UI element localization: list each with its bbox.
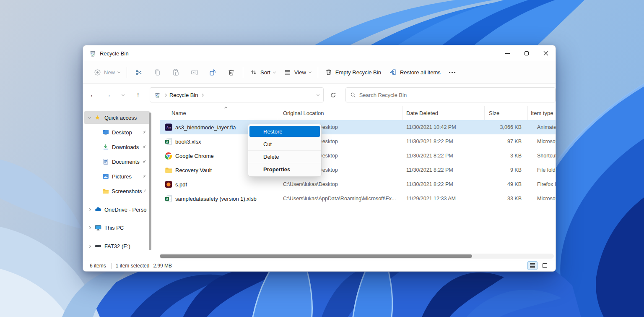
empty-bin-icon: [325, 68, 332, 76]
file-date-deleted: 11/29/2021 12:33 AM: [403, 191, 485, 206]
search-input[interactable]: [359, 92, 551, 98]
restore-all-icon: [390, 68, 397, 76]
column-header-name[interactable]: Name: [160, 106, 277, 120]
refresh-icon: [330, 92, 336, 98]
new-label: New: [104, 69, 115, 76]
view-button[interactable]: View: [280, 65, 315, 80]
file-row-s-pdf[interactable]: s.pdf C:\Users\lukas\Desktop 11/30/2021 …: [160, 177, 556, 191]
folder-icon: [165, 166, 172, 174]
share-button[interactable]: [203, 65, 222, 80]
chevron-down-icon: [309, 70, 312, 73]
sort-button[interactable]: Sort: [246, 65, 280, 80]
file-item-type: Microsoft E: [528, 191, 556, 206]
firefox-document-icon: [165, 181, 172, 188]
chrome-icon: [165, 152, 172, 160]
column-header-original-location[interactable]: Original Location: [277, 106, 403, 120]
column-header-size[interactable]: Size: [485, 106, 528, 120]
column-header-item-type[interactable]: Item type: [528, 106, 556, 120]
file-row-google-chrome[interactable]: Google Chrome C:\Users\lukas\Desktop 11/…: [160, 149, 556, 163]
close-button[interactable]: [536, 45, 556, 61]
chevron-right-icon: [201, 93, 204, 96]
sidebar-item-label: Quick access: [104, 115, 137, 121]
sort-icon: [250, 68, 257, 76]
paste-icon: [172, 68, 180, 76]
file-size: 3 KB: [485, 149, 528, 163]
forward-button[interactable]: →: [101, 88, 116, 102]
chevron-right-icon[interactable]: [84, 245, 95, 247]
desktop: Recycle Bin New: [0, 0, 644, 317]
sidebar-item-desktop[interactable]: Desktop: [84, 126, 150, 139]
up-button[interactable]: ↑: [130, 88, 145, 102]
sidebar-item-onedrive[interactable]: OneDrive - Perso: [84, 203, 150, 216]
sidebar-item-label: Desktop: [112, 129, 132, 136]
horizontal-scrollbar-thumb[interactable]: [160, 254, 472, 258]
breadcrumb-recycle-bin[interactable]: Recycle Bin: [169, 92, 198, 98]
large-icons-view-button[interactable]: [540, 261, 550, 270]
address-dropdown-chevron-icon[interactable]: [317, 93, 319, 96]
maximize-button[interactable]: [517, 45, 536, 61]
file-date-deleted: 11/30/2021 8:22 PM: [403, 134, 485, 149]
chevron-down-icon: [273, 70, 276, 73]
file-name: s.pdf: [175, 181, 187, 188]
sidebar-item-this-pc[interactable]: This PC: [84, 221, 150, 234]
context-menu-item-cut[interactable]: Cut: [248, 138, 321, 150]
svg-text:X: X: [166, 197, 168, 200]
file-size: 9 KB: [485, 163, 528, 177]
sidebar-item-label: Pictures: [112, 173, 132, 180]
context-menu-item-restore[interactable]: Restore: [249, 126, 320, 137]
selection-size: 2.99 MB: [153, 263, 172, 269]
selection-count: 1 item selected: [116, 263, 150, 269]
pin-icon: [142, 144, 147, 149]
sidebar-item-pictures[interactable]: Pictures: [84, 170, 150, 183]
file-date-deleted: 11/30/2021 8:22 PM: [403, 163, 485, 177]
recycle-bin-icon: [154, 92, 161, 98]
paste-button[interactable]: [166, 65, 185, 80]
copy-button[interactable]: [148, 65, 166, 80]
empty-recycle-bin-label: Empty Recycle Bin: [335, 69, 381, 76]
restore-all-items-button[interactable]: Restore all items: [385, 65, 445, 80]
file-row-recovery-vault[interactable]: Recovery Vault C:\Users\lukas\Desktop 11…: [160, 163, 556, 177]
cut-button[interactable]: [130, 65, 148, 80]
minimize-button[interactable]: [498, 45, 517, 61]
pin-icon: [142, 159, 147, 164]
minimize-icon: [505, 53, 510, 54]
empty-recycle-bin-button[interactable]: Empty Recycle Bin: [321, 65, 385, 80]
titlebar: Recycle Bin: [83, 45, 556, 61]
sidebar-item-quick-access[interactable]: ★ Quick access: [84, 111, 150, 124]
chevron-right-icon[interactable]: [84, 227, 95, 229]
address-bar[interactable]: Recycle Bin: [150, 87, 324, 102]
search-box[interactable]: [345, 87, 556, 102]
sidebar-item-fat32-drive[interactable]: FAT32 (E:): [84, 240, 150, 252]
context-menu-item-properties[interactable]: Properties: [248, 163, 321, 176]
back-button[interactable]: ←: [86, 88, 101, 102]
file-row-as3-blendmode-layer[interactable]: An as3_blendmode_layer.fla C:\Users\luka…: [160, 120, 556, 134]
sidebar-item-screenshots[interactable]: Screenshots: [84, 185, 150, 197]
chevron-down-icon[interactable]: [84, 117, 95, 119]
column-header-date-deleted[interactable]: Date Deleted: [403, 106, 485, 120]
details-view-button[interactable]: [527, 261, 538, 270]
restore-all-items-label: Restore all items: [400, 69, 441, 76]
sidebar-item-documents[interactable]: Documents: [84, 155, 150, 168]
sidebar-item-downloads[interactable]: Downloads: [84, 141, 150, 153]
context-menu-item-delete[interactable]: Delete: [248, 150, 321, 163]
share-icon: [209, 68, 217, 76]
new-button[interactable]: New: [90, 65, 124, 80]
rename-button[interactable]: [185, 65, 203, 80]
file-name: sampledatasafety (version 1).xlsb: [175, 196, 257, 202]
refresh-button[interactable]: [326, 88, 340, 102]
recent-locations-button[interactable]: [115, 88, 130, 102]
delete-button[interactable]: [222, 65, 240, 80]
sidebar-scrollbar[interactable]: [149, 113, 151, 250]
chevron-right-icon[interactable]: [84, 209, 95, 211]
toolbar-separator: [318, 67, 318, 78]
file-item-type: Firefox HTM: [528, 177, 556, 191]
file-row-sampledatasafety[interactable]: X sampledatasafety (version 1).xlsb C:\U…: [160, 191, 556, 206]
see-more-button[interactable]: [445, 65, 460, 80]
horizontal-scrollbar[interactable]: [160, 254, 554, 259]
onedrive-cloud-icon: [95, 206, 101, 213]
command-toolbar: New Sort: [83, 61, 556, 84]
sort-ascending-icon: [224, 107, 227, 110]
see-more-ellipsis-icon: [449, 72, 455, 73]
pin-icon: [142, 174, 147, 179]
file-row-book3[interactable]: X book3.xlsx C:\Users\lukas\Desktop 11/3…: [160, 134, 556, 149]
